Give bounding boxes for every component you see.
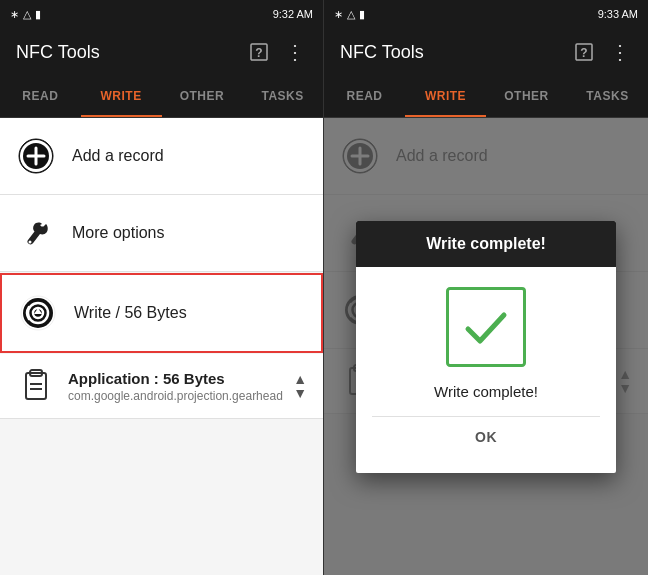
app-record-item[interactable]: Application : 56 Bytes com.google.androi… (0, 354, 323, 419)
dialog-message: Write complete! (434, 383, 538, 400)
write-bytes-item[interactable]: Write / 56 Bytes (0, 273, 323, 353)
right-content: Add a record More options (324, 118, 648, 575)
right-time: 9:33 AM (598, 8, 638, 20)
tab-other-left[interactable]: OTHER (162, 76, 243, 117)
dialog-title-bar: Write complete! (356, 221, 616, 267)
dialog-title: Write complete! (426, 235, 546, 252)
tab-write-left[interactable]: WRITE (81, 76, 162, 117)
right-status-icons: ∗ △ ▮ (334, 8, 365, 21)
write-complete-dialog: Write complete! Write complete! OK (356, 221, 616, 473)
right-help-icon[interactable]: ? (572, 40, 596, 64)
app-record-subtitle: com.google.android.projection.gearhead (68, 389, 293, 403)
dialog-body: Write complete! OK (356, 267, 616, 473)
wifi-icon: △ (23, 8, 31, 21)
checkmark-icon (446, 287, 526, 367)
svg-point-8 (29, 241, 32, 244)
more-options-icon[interactable]: ⋮ (283, 40, 307, 64)
tab-write-right[interactable]: WRITE (405, 76, 486, 117)
help-icon[interactable]: ? (247, 40, 271, 64)
add-record-item[interactable]: Add a record (0, 118, 323, 195)
add-record-icon (16, 136, 56, 176)
dialog-ok-button[interactable]: OK (372, 417, 600, 457)
right-wifi-icon: △ (347, 8, 355, 21)
right-bluetooth-icon: ∗ (334, 8, 343, 21)
right-app-bar-icons: ? ⋮ (572, 40, 632, 64)
write-bytes-icon (18, 293, 58, 333)
right-more-icon[interactable]: ⋮ (608, 40, 632, 64)
dialog-overlay: Write complete! Write complete! OK (324, 118, 648, 575)
left-status-bar: ∗ △ ▮ 9:32 AM (0, 0, 323, 28)
left-content: Add a record More options (0, 118, 323, 575)
tab-tasks-left[interactable]: TASKS (242, 76, 323, 117)
tab-read-left[interactable]: READ (0, 76, 81, 117)
write-bytes-label: Write / 56 Bytes (74, 304, 187, 322)
signal-bars-icon: ▮ (35, 8, 41, 21)
right-status-bar: ∗ △ ▮ 9:33 AM (324, 0, 648, 28)
left-app-bar-icons: ? ⋮ (247, 40, 307, 64)
svg-text:?: ? (580, 46, 587, 60)
left-app-bar: NFC Tools ? ⋮ (0, 28, 323, 76)
more-options-label: More options (72, 224, 165, 242)
svg-text:?: ? (255, 46, 262, 60)
bluetooth-icon: ∗ (10, 8, 19, 21)
left-tab-bar: READ WRITE OTHER TASKS (0, 76, 323, 118)
right-app-title: NFC Tools (340, 42, 424, 63)
right-signal-icon: ▮ (359, 8, 365, 21)
left-time: 9:32 AM (273, 8, 313, 20)
left-panel: ∗ △ ▮ 9:32 AM NFC Tools ? ⋮ READ WRITE (0, 0, 324, 575)
right-tab-bar: READ WRITE OTHER TASKS (324, 76, 648, 118)
more-options-item[interactable]: More options (0, 195, 323, 272)
left-status-icons: ∗ △ ▮ (10, 8, 41, 21)
right-app-bar: NFC Tools ? ⋮ (324, 28, 648, 76)
more-options-wrench-icon (16, 213, 56, 253)
tab-other-right[interactable]: OTHER (486, 76, 567, 117)
tab-read-right[interactable]: READ (324, 76, 405, 117)
reorder-arrows-icon[interactable]: ▲ ▼ (293, 372, 307, 400)
left-app-title: NFC Tools (16, 42, 100, 63)
add-record-label: Add a record (72, 147, 164, 165)
tab-tasks-right[interactable]: TASKS (567, 76, 648, 117)
right-panel: ∗ △ ▮ 9:33 AM NFC Tools ? ⋮ READ WRITE (324, 0, 648, 575)
app-record-title: Application : 56 Bytes (68, 370, 293, 387)
app-record-icon (16, 366, 56, 406)
